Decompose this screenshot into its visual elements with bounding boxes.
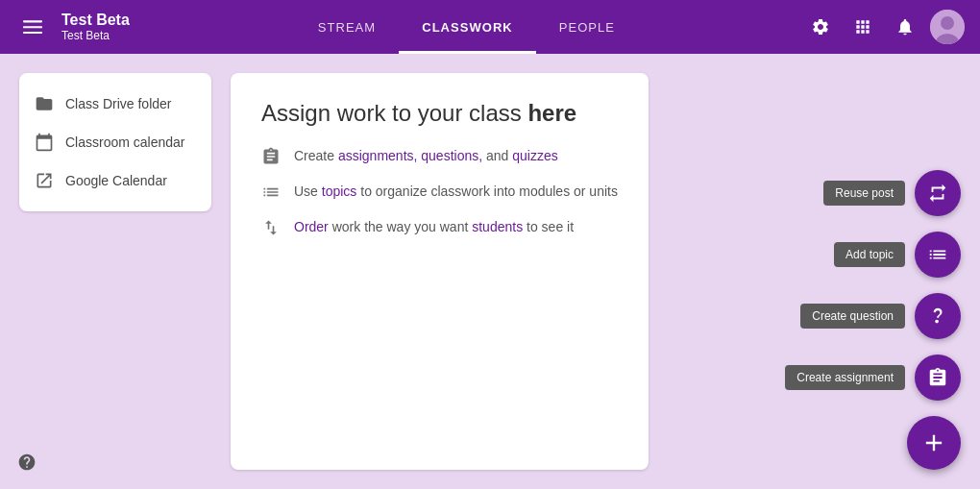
reuse-post-tooltip: Reuse post: [823, 181, 905, 206]
sort-icon: [261, 218, 281, 237]
create-assignment-tooltip: Create assignment: [785, 365, 905, 390]
add-topic-tooltip: Add topic: [834, 242, 905, 267]
assignment-icon: [261, 147, 281, 166]
assign-item-create-text: Create assignments, questions, and quizz…: [294, 146, 558, 166]
apps-button[interactable]: [845, 10, 880, 44]
plus-icon: [920, 429, 947, 456]
calendar-icon: [35, 133, 54, 152]
avatar-icon: [930, 10, 965, 44]
assign-item-topics-text: Use topics to organize classwork into mo…: [294, 182, 618, 202]
sidebar-item-class-drive[interactable]: Class Drive folder: [19, 85, 211, 123]
top-navigation: Test Beta Test Beta STREAM CLASSWORK PEO…: [0, 0, 980, 54]
hamburger-menu-button[interactable]: [15, 10, 50, 44]
assign-item-topics: Use topics to organize classwork into mo…: [261, 182, 618, 202]
svg-rect-0: [23, 20, 42, 22]
sidebar-item-google-calendar[interactable]: Google Calendar: [19, 161, 211, 200]
assign-work-card: Assign work to your class here Create as…: [231, 73, 649, 470]
assignment-fab-icon: [927, 367, 948, 388]
notifications-button[interactable]: [888, 10, 922, 44]
nav-tabs: STREAM CLASSWORK PEOPLE: [130, 0, 803, 54]
tab-people[interactable]: PEOPLE: [536, 0, 638, 54]
create-question-tooltip: Create question: [800, 304, 905, 329]
external-link-icon: [35, 171, 54, 190]
fab-group: Reuse post Add topic Create question Cre…: [785, 170, 961, 470]
list-icon: [261, 183, 281, 202]
assign-item-order-text: Order work the way you want students to …: [294, 217, 574, 237]
help-icon: [17, 452, 37, 472]
sidebar-label-classroom-calendar: Classroom calendar: [65, 134, 185, 150]
sidebar: Class Drive folder Classroom calendar Go…: [19, 73, 211, 211]
tab-stream[interactable]: STREAM: [295, 0, 399, 54]
folder-icon: [35, 94, 54, 113]
tab-classwork[interactable]: CLASSWORK: [399, 0, 536, 54]
topic-list-icon: [927, 244, 948, 265]
settings-icon: [811, 17, 830, 37]
sidebar-label-google-calendar: Google Calendar: [65, 173, 167, 188]
create-question-button[interactable]: [915, 293, 961, 339]
app-title-sub: Test Beta: [61, 29, 130, 42]
sidebar-label-class-drive: Class Drive folder: [65, 96, 171, 111]
reuse-icon: [927, 183, 948, 204]
help-button[interactable]: [12, 447, 42, 477]
add-topic-button[interactable]: [915, 232, 961, 278]
app-title: Test Beta Test Beta: [61, 11, 130, 43]
reuse-post-button[interactable]: [915, 170, 961, 216]
apps-icon: [853, 17, 872, 37]
fab-row-add-topic: Add topic: [834, 232, 961, 278]
main-fab-button[interactable]: [907, 416, 961, 470]
fab-row-create-question: Create question: [800, 293, 961, 339]
svg-rect-1: [23, 26, 42, 28]
fab-row-main: [907, 416, 961, 470]
create-assignment-button[interactable]: [915, 355, 961, 401]
assign-item-create: Create assignments, questions, and quizz…: [261, 146, 618, 166]
fab-row-create-assignment: Create assignment: [785, 355, 961, 401]
fab-row-reuse: Reuse post: [823, 170, 961, 216]
svg-rect-2: [23, 32, 42, 34]
question-icon: [927, 306, 948, 327]
hamburger-icon: [23, 17, 42, 37]
assign-item-order: Order work the way you want students to …: [261, 217, 618, 237]
app-title-main: Test Beta: [61, 11, 130, 29]
avatar[interactable]: [930, 10, 965, 44]
settings-button[interactable]: [803, 10, 838, 44]
svg-point-4: [941, 16, 954, 30]
sidebar-item-classroom-calendar[interactable]: Classroom calendar: [19, 123, 211, 161]
assign-title: Assign work to your class here: [261, 100, 618, 127]
notifications-icon: [895, 17, 915, 37]
